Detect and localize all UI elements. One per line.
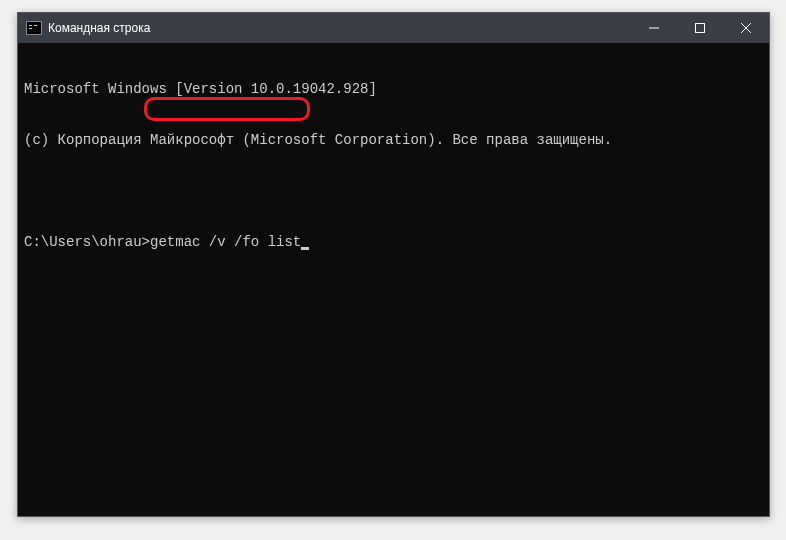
close-button[interactable] <box>723 13 769 43</box>
close-icon <box>741 23 751 33</box>
command-text: getmac /v /fo list <box>150 234 301 250</box>
prompt-text: C:\Users\ohrau> <box>24 234 150 250</box>
cursor <box>301 247 309 250</box>
window-controls <box>631 13 769 43</box>
blank-line <box>24 183 763 200</box>
titlebar[interactable]: Командная строка <box>18 13 769 43</box>
maximize-icon <box>695 23 705 33</box>
maximize-button[interactable] <box>677 13 723 43</box>
minimize-button[interactable] <box>631 13 677 43</box>
prompt-line: C:\Users\ohrau>getmac /v /fo list <box>24 234 763 251</box>
window-title: Командная строка <box>48 21 631 35</box>
terminal-body[interactable]: Microsoft Windows [Version 10.0.19042.92… <box>18 43 769 516</box>
copyright-line: (c) Корпорация Майкрософт (Microsoft Cor… <box>24 132 763 149</box>
svg-rect-1 <box>696 24 705 33</box>
command-prompt-window: Командная строка Microsoft Windows [Vers <box>17 12 770 517</box>
minimize-icon <box>649 23 659 33</box>
version-line: Microsoft Windows [Version 10.0.19042.92… <box>24 81 763 98</box>
highlight-annotation <box>144 97 310 121</box>
app-icon <box>26 21 42 35</box>
